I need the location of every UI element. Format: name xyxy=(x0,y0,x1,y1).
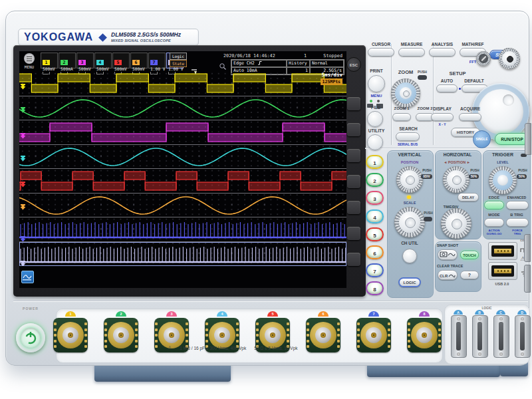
trig-push-value: 50% xyxy=(517,174,527,179)
measure-button[interactable] xyxy=(398,48,425,57)
power-icon xyxy=(21,328,41,348)
help-button[interactable]: ? xyxy=(460,271,479,279)
model-number: DLM5058 xyxy=(111,31,136,38)
channel-badge-1[interactable]: 1500mV xyxy=(41,53,58,68)
channel-scale: 500mV xyxy=(96,66,110,71)
vscale-push-label: PUSH xyxy=(423,211,434,215)
wave-band-6 xyxy=(19,193,346,218)
thumbnail-wave-icon[interactable] xyxy=(21,271,34,283)
logic-badge[interactable]: Logic xyxy=(170,53,187,60)
logic-port-D[interactable] xyxy=(515,315,531,358)
display-button[interactable] xyxy=(431,113,454,121)
b-trig-button[interactable] xyxy=(506,218,529,227)
probe-comp-clip-1 xyxy=(524,234,531,262)
status-acq-count: 1 xyxy=(304,53,307,59)
softkey-2[interactable] xyxy=(347,123,360,136)
ch-util-button[interactable] xyxy=(402,249,417,263)
channel-button-2[interactable]: 2 xyxy=(366,173,384,187)
channel-button-4[interactable]: 4 xyxy=(366,209,384,223)
esc-button[interactable]: ESC xyxy=(346,57,361,72)
vertical-scale-label: SCALE xyxy=(392,201,427,205)
logic-button[interactable]: LOGIC xyxy=(398,277,421,287)
acquire-button[interactable] xyxy=(459,113,481,121)
zoom-knob[interactable] xyxy=(391,78,420,108)
select-knob[interactable] xyxy=(499,48,520,69)
channel-badge-5[interactable]: 5500mV xyxy=(112,53,130,68)
time-div-knob[interactable] xyxy=(441,208,471,239)
edge-button[interactable] xyxy=(484,201,504,209)
usb-port-1[interactable] xyxy=(488,242,517,260)
trigger-type-cell: Edge CH2 xyxy=(231,60,287,67)
enhanced-label: ENHANCED xyxy=(504,196,529,200)
channel-number: 2 xyxy=(61,60,68,65)
zoom1-button[interactable] xyxy=(392,113,411,121)
softkey-7[interactable] xyxy=(347,253,360,266)
edge-label: EDGE xyxy=(484,196,504,200)
delay-button[interactable]: DELAY xyxy=(458,193,479,201)
touch-button[interactable]: TOUCH xyxy=(460,251,479,259)
bnc-connector-2[interactable] xyxy=(104,318,138,352)
channel-badge-3[interactable]: 3500mV xyxy=(76,53,94,68)
bnc-connector-1[interactable] xyxy=(53,318,88,352)
side-handle xyxy=(525,123,531,155)
auto-label: AUTO xyxy=(436,78,458,83)
warning-text-a: 1 MΩ / 16 pF ≤ 300 Vrms, 400 Vpk xyxy=(180,346,246,350)
analysis-button[interactable] xyxy=(429,48,456,57)
channel-button-3[interactable]: 3 xyxy=(366,191,384,205)
display[interactable]: MENU 1500mV2500mA3500mV4500mV5500mV6500m… xyxy=(19,51,346,288)
print-label: PRINT xyxy=(366,68,387,73)
usb-port-2[interactable] xyxy=(488,262,517,280)
logic-port-tab-B: B xyxy=(475,310,484,315)
mode-button[interactable] xyxy=(484,218,504,227)
utility-button[interactable] xyxy=(367,134,383,150)
svg-text:CLR: CLR xyxy=(440,274,448,278)
bnc-connector-8[interactable] xyxy=(407,318,442,352)
softkey-6[interactable] xyxy=(347,227,360,240)
print-menu-label: MENU xyxy=(366,94,386,98)
power-label: POWER xyxy=(16,307,45,311)
channel-badge-7[interactable]: 71.00 V xyxy=(148,53,166,68)
softkey-5[interactable] xyxy=(347,201,360,214)
channel-button-1[interactable]: 1 xyxy=(366,155,384,169)
channel-button-8[interactable]: 8 xyxy=(366,281,384,295)
softkey-1[interactable] xyxy=(347,97,360,110)
logic-port-B[interactable] xyxy=(472,315,488,358)
state-badge[interactable]: State xyxy=(170,60,187,67)
wave-band-4 xyxy=(19,144,346,170)
adjust-screw-knob[interactable] xyxy=(476,51,491,66)
auto-button[interactable] xyxy=(436,84,458,92)
channel-number: 3 xyxy=(78,60,86,65)
power-button[interactable] xyxy=(16,323,45,352)
enhanced-button[interactable] xyxy=(506,201,529,209)
channel-button-7[interactable]: 7 xyxy=(366,263,384,277)
single-button[interactable]: SINGLE xyxy=(473,130,491,148)
file-button[interactable] xyxy=(367,111,383,127)
logic-port-A[interactable] xyxy=(451,315,467,358)
bnc-connector-7[interactable] xyxy=(356,318,391,352)
snapshot-button[interactable] xyxy=(438,249,458,260)
channel-badge-4[interactable]: 4500mV xyxy=(94,53,112,68)
search-button[interactable] xyxy=(396,132,420,141)
channel-number: 7 xyxy=(150,60,158,65)
channel-marker-4 xyxy=(20,152,26,164)
horizontal-position-knob[interactable] xyxy=(443,166,469,193)
channel-badge-2[interactable]: 2500mA xyxy=(59,53,76,68)
channel-button-6[interactable]: 6 xyxy=(366,245,384,259)
ch-util-label: CH UTIL xyxy=(394,241,426,245)
trigger-position-icon[interactable] xyxy=(191,65,199,71)
softkey-3[interactable] xyxy=(347,149,360,162)
cursor-button[interactable] xyxy=(368,48,394,57)
vertical-scale-knob[interactable] xyxy=(394,207,425,237)
vpos-push-label: PUSH xyxy=(422,169,432,172)
logic-port-C[interactable] xyxy=(493,315,509,358)
trigger-level-knob[interactable] xyxy=(489,166,517,194)
screen-menu-button[interactable]: MENU xyxy=(21,53,37,69)
vertical-position-knob[interactable] xyxy=(396,166,423,193)
channel-marker-8 xyxy=(20,257,26,267)
channel-button-5[interactable]: 5 xyxy=(366,227,384,241)
wave-band-7 xyxy=(19,217,346,242)
print-button[interactable] xyxy=(368,75,385,92)
softkey-4[interactable] xyxy=(347,175,360,188)
clear-trace-button[interactable]: CLR xyxy=(438,270,458,280)
channel-badge-6[interactable]: 6500mV xyxy=(130,53,148,68)
